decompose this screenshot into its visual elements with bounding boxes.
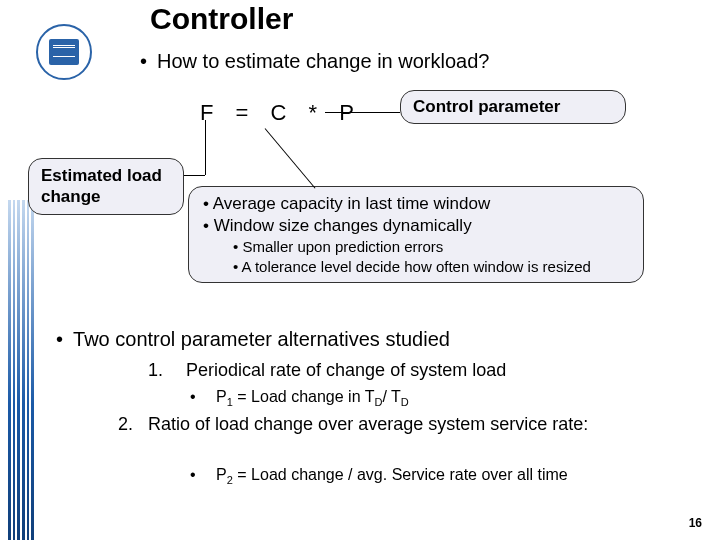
capacity-line-1: Average capacity in last time window: [203, 193, 631, 215]
arrow-p-to-control: [325, 112, 400, 113]
slide-number: 16: [689, 516, 702, 530]
alt1-number: 1.: [148, 360, 163, 381]
university-logo: [36, 24, 92, 80]
formula-text: F = C * P: [200, 100, 362, 126]
alt2-text: Ratio of load change over average system…: [148, 414, 668, 435]
side-accent-stripes: [8, 200, 34, 540]
alternatives-heading: Two control parameter alternatives studi…: [56, 328, 450, 351]
alt1-text: Periodical rate of change of system load: [186, 360, 506, 381]
slide-title: Controller: [150, 2, 293, 36]
arrow-f-down: [205, 120, 206, 175]
alt1-formula: P1 = Load change in TD/ TD: [190, 388, 409, 408]
capacity-line-2: Window size changes dynamically: [203, 215, 631, 237]
capacity-sub-1: Smaller upon prediction errors: [233, 237, 631, 257]
alt2-number: 2.: [118, 414, 133, 435]
question-bullet: How to estimate change in workload?: [140, 50, 489, 73]
alt2-formula: P2 = Load change / avg. Service rate ove…: [190, 466, 568, 486]
capacity-sub-2: A tolerance level decide how often windo…: [233, 257, 631, 277]
arrow-c-to-capacity: [265, 128, 316, 188]
callout-control-parameter: Control parameter: [400, 90, 626, 124]
callout-capacity: Average capacity in last time window Win…: [188, 186, 644, 283]
callout-estimated-load-change: Estimated load change: [28, 158, 184, 215]
